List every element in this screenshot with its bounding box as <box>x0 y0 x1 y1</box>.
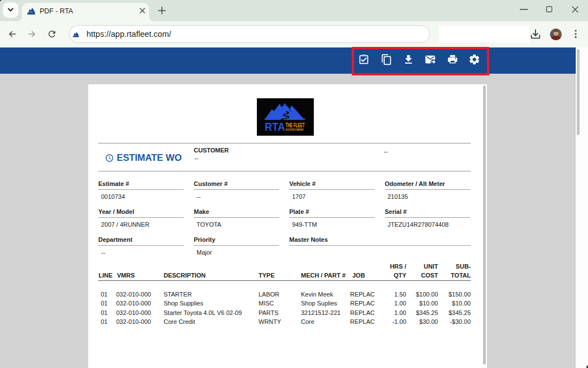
svg-text:SUCCESS COMPANY: SUCCESS COMPANY <box>286 128 304 131</box>
svg-text:RTA: RTA <box>265 121 285 133</box>
